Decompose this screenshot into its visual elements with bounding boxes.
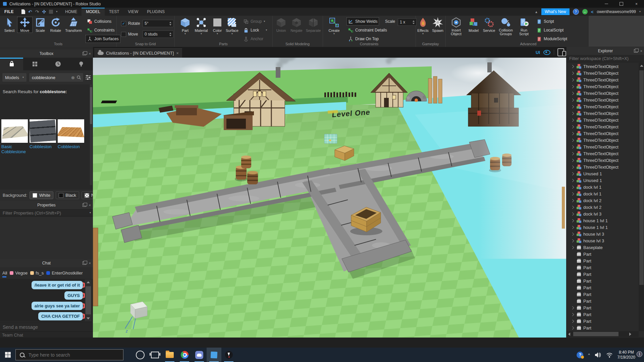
cortana-button[interactable] (133, 348, 148, 362)
explorer-tree-row[interactable]: ThreeDTextObject (567, 90, 639, 97)
close-button[interactable]: × (629, 0, 644, 8)
taskbar-search[interactable] (15, 349, 123, 360)
chevron-right-icon[interactable] (571, 138, 574, 142)
explorer-filter-input[interactable] (569, 56, 642, 61)
service-button[interactable]: Service (482, 17, 496, 33)
explorer-tree-row[interactable]: Part (567, 298, 639, 304)
chevron-right-icon[interactable] (571, 199, 574, 202)
float-panel-icon[interactable] (83, 261, 86, 265)
chevron-right-icon[interactable] (571, 159, 574, 162)
explorer-tree-row[interactable]: house 1 lvl 1 (567, 224, 639, 231)
move-tool-quick-icon[interactable]: ✣ (42, 9, 46, 14)
explorer-tree-row[interactable]: ThreeDTextObject (567, 76, 639, 83)
explorer-tree-row[interactable]: ThreeDTextObject (567, 137, 639, 143)
chevron-right-icon[interactable] (571, 246, 574, 249)
task-view-button[interactable] (148, 348, 162, 362)
create-constraint-button[interactable]: Create▾ (327, 17, 341, 35)
chevron-right-icon[interactable] (571, 71, 574, 75)
material-button[interactable]: Material▾ (194, 17, 209, 35)
chevron-right-icon[interactable] (571, 205, 574, 209)
chat-tab-all[interactable]: All (2, 267, 7, 279)
chat-tab-fs_s[interactable]: fs_s (30, 267, 44, 279)
explorer-tree-row[interactable]: Part (567, 311, 639, 318)
redo-icon[interactable]: ↷ (35, 9, 39, 14)
explorer-tree-row[interactable]: Part (567, 291, 639, 298)
explorer-tree-row[interactable]: ThreeDTextObject (567, 130, 639, 137)
collision-groups-button[interactable]: CollisionGroups (497, 17, 515, 36)
chevron-right-icon[interactable] (571, 132, 574, 135)
device-emulator-icon[interactable] (557, 48, 564, 56)
color-button[interactable]: Color▾ (210, 17, 225, 35)
close-panel-icon[interactable]: × (89, 261, 91, 265)
chevron-right-icon[interactable] (571, 112, 574, 115)
chevron-right-icon[interactable] (571, 118, 574, 122)
explorer-tree-row[interactable]: ThreeDTextObject (567, 123, 639, 130)
toolbox-search-box[interactable]: ⊗ (29, 73, 84, 82)
transform-button[interactable]: Transform (64, 17, 83, 33)
explorer-tree-row[interactable]: dock lvl 3 (567, 210, 639, 217)
minimize-button[interactable] (599, 0, 614, 8)
scroll-up-icon[interactable] (640, 65, 643, 67)
background-white-button[interactable]: White (30, 191, 53, 199)
chevron-right-icon[interactable] (571, 212, 574, 216)
explorer-tree-row[interactable]: dock lvl 2 (567, 197, 639, 204)
rotate-button[interactable]: Rotate (48, 17, 63, 33)
maximize-button[interactable] (614, 0, 629, 8)
chevron-right-icon[interactable] (571, 192, 574, 195)
tab-model[interactable]: MODEL (82, 8, 105, 16)
spinner-icon[interactable] (167, 33, 171, 36)
explorer-tree-row[interactable]: ThreeDTextObject (567, 103, 639, 110)
explorer-tree-row[interactable]: Part (567, 257, 639, 264)
explorer-tree-row[interactable]: Part (567, 324, 639, 331)
chat-message-input[interactable] (2, 324, 91, 330)
search-icon[interactable] (76, 75, 81, 80)
explorer-tree-row[interactable]: Part (567, 271, 639, 278)
asset-label[interactable]: Cobbleston (58, 144, 84, 154)
status-icon[interactable]: – (582, 9, 588, 14)
effects-button[interactable]: Effects▾ (416, 17, 430, 35)
explorer-tree-row[interactable]: dock lvl 2 (567, 204, 639, 210)
toolbox-scrollbar[interactable] (90, 84, 92, 185)
toolbox-search-input[interactable] (31, 75, 69, 80)
chevron-right-icon[interactable] (571, 65, 574, 68)
asset-result[interactable]: Basic Cobblestone (1, 119, 28, 154)
view-cube[interactable]: z (125, 302, 147, 334)
script-button[interactable]: Script (535, 18, 555, 25)
chat-scrollbar[interactable] (85, 280, 92, 321)
scroll-up-icon[interactable] (87, 281, 90, 283)
chevron-right-icon[interactable] (571, 239, 574, 242)
chevron-right-icon[interactable] (571, 319, 574, 323)
whats-new-button[interactable]: What's New (541, 8, 570, 15)
explorer-tree-row[interactable]: Part (567, 304, 639, 311)
user-dropdown-icon[interactable]: ▾ (639, 10, 641, 13)
explorer-tree-row[interactable]: ThreeDTextObject (567, 83, 639, 90)
3d-scene[interactable]: Level One z (93, 58, 566, 338)
collisions-toggle[interactable]: Collisions (86, 18, 113, 25)
explorer-tree-row[interactable]: house 1 lvl 1 (567, 217, 639, 224)
eye-icon[interactable] (543, 50, 550, 55)
file-menu[interactable]: FILE (0, 8, 18, 16)
asset-label[interactable]: Cobbleston (30, 144, 56, 154)
modulescript-button[interactable]: ModuleScript (535, 35, 569, 43)
chevron-right-icon[interactable] (571, 179, 574, 182)
chevron-right-icon[interactable] (571, 105, 574, 108)
file-explorer-button[interactable] (162, 348, 177, 362)
tab-home[interactable]: HOME (61, 8, 82, 16)
chevron-right-icon[interactable] (571, 185, 574, 189)
spinner-icon[interactable] (167, 22, 171, 25)
collapse-ribbon-icon[interactable]: ▲ (535, 10, 538, 14)
localscript-button[interactable]: LocalScript (535, 26, 565, 34)
asset-result[interactable]: Cobbleston (58, 119, 84, 154)
snap-rotate-checkbox[interactable]: ✓ Rotate (120, 20, 141, 27)
quick-access-dropdown-icon[interactable]: ▾ (56, 10, 57, 13)
chevron-right-icon[interactable] (571, 226, 574, 229)
chevron-right-icon[interactable] (571, 152, 574, 155)
explorer-tree-row[interactable]: Part (567, 278, 639, 284)
wifi-icon[interactable] (606, 352, 613, 358)
surface-button[interactable]: Surface▾ (225, 17, 239, 35)
asset-thumbnail[interactable] (58, 119, 84, 143)
explorer-tree-row[interactable]: Part (567, 318, 639, 324)
filter-icon[interactable] (86, 75, 91, 80)
explorer-tree-row[interactable]: ThreeDTextObject (567, 164, 639, 170)
get-help-tray-icon[interactable]: ? (577, 352, 583, 358)
